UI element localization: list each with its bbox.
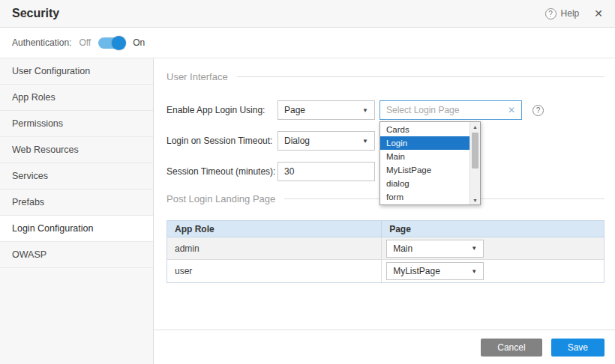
session-timeout-login-select[interactable]: Dialog ▼ [278, 131, 375, 151]
sidebar-item-user-configuration[interactable]: User Configuration [0, 58, 153, 85]
login-page-combobox[interactable]: ✕ [380, 100, 522, 120]
toggle-on-label: On [133, 37, 145, 48]
help-icon[interactable]: ? [545, 8, 556, 19]
app-role-cell: user [167, 260, 381, 282]
page-title: Security [12, 7, 59, 20]
session-timeout-login-label: Login on Session Timeout: [166, 136, 278, 146]
dropdown-scrollbar[interactable]: ▲ ▼ [470, 122, 480, 204]
page-cell: MyListPage ▼ [381, 260, 604, 282]
toggle-off-label: Off [79, 37, 91, 48]
session-timeout-minutes-label: Session Timeout (minutes): [166, 166, 278, 177]
clear-icon[interactable]: ✕ [508, 105, 515, 115]
dropdown-option-form[interactable]: form [380, 190, 470, 204]
table-row: user MyListPage ▼ [167, 260, 604, 282]
sidebar-item-login-configuration[interactable]: Login Configuration [0, 216, 153, 242]
table-header-page: Page [381, 221, 604, 237]
section-divider [237, 76, 604, 77]
dropdown-option-login[interactable]: Login [380, 136, 470, 150]
scroll-down-icon[interactable]: ▼ [470, 195, 480, 204]
scrollbar-thumb[interactable] [472, 133, 478, 169]
sidebar-item-permissions[interactable]: Permissions [0, 111, 153, 137]
dialog-header: Security ? Help ✕ [0, 0, 615, 28]
close-icon[interactable]: ✕ [594, 7, 603, 19]
section-user-interface: User Interface [166, 70, 604, 82]
save-button[interactable]: Save [551, 339, 604, 357]
help-label[interactable]: Help [561, 8, 580, 19]
admin-page-select[interactable]: Main ▼ [386, 240, 484, 258]
chevron-down-icon: ▼ [471, 268, 477, 275]
session-timeout-login-value: Dialog [284, 136, 310, 146]
scroll-up-icon[interactable]: ▲ [470, 122, 480, 131]
chevron-down-icon: ▼ [362, 107, 368, 114]
main-content: User Interface Enable App Login Using: P… [154, 58, 615, 364]
app-role-cell: admin [167, 237, 381, 259]
authentication-toggle[interactable] [98, 37, 125, 49]
landing-page-table: App Role Page admin Main ▼ user MyListPa… [166, 220, 604, 283]
sidebar-item-owasp[interactable]: OWASP [0, 242, 153, 268]
table-header-row: App Role Page [167, 221, 604, 237]
section-post-login-title: Post Login Landing Page [166, 193, 275, 204]
sidebar-item-services[interactable]: Services [0, 163, 153, 189]
session-timeout-minutes-input[interactable] [278, 162, 375, 181]
sidebar-item-web-resources[interactable]: Web Resources [0, 137, 153, 163]
login-page-dropdown: Cards Login Main MyListPage dialog form … [380, 121, 481, 205]
dropdown-option-list: Cards Login Main MyListPage dialog form [380, 122, 470, 204]
enable-app-login-row: Enable App Login Using: Page ▼ ✕ ? [166, 100, 604, 120]
dropdown-option-main[interactable]: Main [380, 150, 470, 163]
dropdown-option-dialog[interactable]: dialog [380, 177, 470, 190]
authentication-label: Authentication: [12, 37, 71, 48]
sidebar: User Configuration App Roles Permissions… [0, 58, 154, 364]
table-header-app-role: App Role [167, 224, 381, 234]
login-page-input[interactable] [386, 105, 505, 115]
dropdown-option-cards[interactable]: Cards [380, 123, 470, 136]
enable-app-login-value: Page [284, 105, 305, 115]
section-user-interface-title: User Interface [166, 71, 228, 82]
cancel-button[interactable]: Cancel [481, 339, 542, 357]
sidebar-item-prefabs[interactable]: Prefabs [0, 189, 153, 216]
enable-app-login-label: Enable App Login Using: [166, 105, 278, 115]
admin-page-value: Main [393, 243, 412, 254]
dropdown-option-mylistpage[interactable]: MyListPage [380, 163, 470, 177]
user-page-value: MyListPage [393, 266, 440, 276]
authentication-bar: Authentication: Off On [0, 28, 615, 58]
chevron-down-icon: ▼ [362, 138, 368, 145]
footer-bar: Cancel Save [154, 330, 615, 364]
sidebar-item-app-roles[interactable]: App Roles [0, 85, 153, 111]
user-page-select[interactable]: MyListPage ▼ [386, 262, 484, 280]
enable-app-login-select[interactable]: Page ▼ [278, 100, 375, 120]
toggle-knob [112, 36, 126, 50]
table-row: admin Main ▼ [167, 237, 604, 260]
field-help-icon[interactable]: ? [532, 105, 544, 116]
chevron-down-icon: ▼ [471, 245, 477, 252]
page-cell: Main ▼ [381, 237, 604, 259]
